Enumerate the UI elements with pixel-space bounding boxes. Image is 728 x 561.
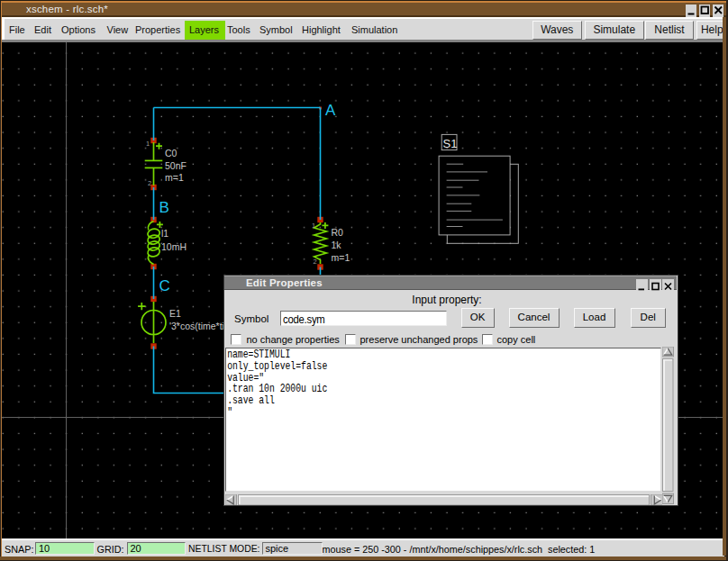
svg-text:2: 2 bbox=[148, 179, 151, 187]
svg-text:l1: l1 bbox=[161, 228, 168, 239]
svg-text:m=1: m=1 bbox=[165, 172, 184, 183]
svg-text:50nF: 50nF bbox=[165, 160, 187, 171]
svg-text:2: 2 bbox=[314, 258, 317, 266]
svg-text:1k: 1k bbox=[332, 240, 342, 250]
svg-text:C0: C0 bbox=[165, 148, 177, 158]
svg-text:10mH: 10mH bbox=[161, 241, 187, 252]
svg-text:1: 1 bbox=[146, 140, 150, 148]
svg-text:S1: S1 bbox=[443, 137, 458, 150]
svg-text:A: A bbox=[325, 102, 336, 119]
svg-text:E1: E1 bbox=[169, 308, 181, 319]
svg-text:B: B bbox=[159, 199, 169, 216]
svg-text:m=1: m=1 bbox=[332, 252, 350, 263]
svg-text:R0: R0 bbox=[332, 227, 344, 238]
svg-text:1: 1 bbox=[312, 222, 315, 230]
svg-text:C: C bbox=[159, 277, 170, 294]
